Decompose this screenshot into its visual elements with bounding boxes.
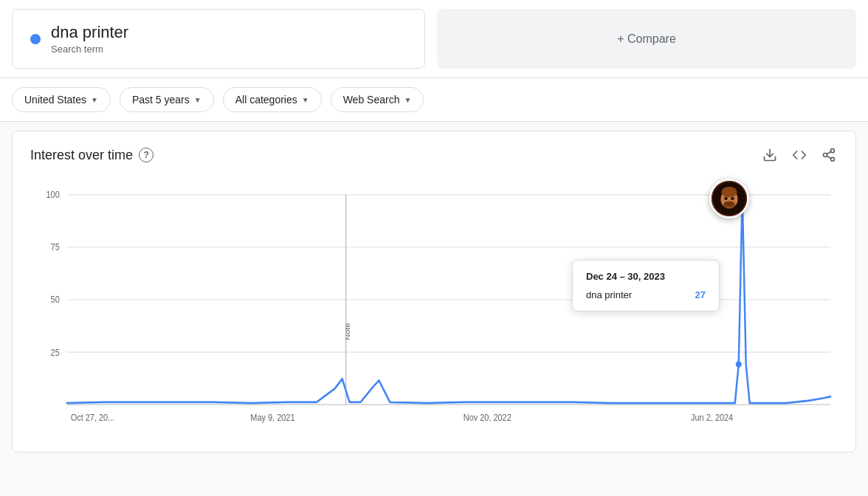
region-label: United States: [24, 94, 86, 106]
svg-point-10: [731, 197, 734, 200]
tooltip-term: dna printer: [586, 289, 632, 300]
svg-text:Nov 20, 2022: Nov 20, 2022: [464, 413, 512, 423]
search-term-card: dna printer Search term: [12, 9, 425, 69]
region-filter[interactable]: United States ▼: [12, 87, 111, 112]
chevron-down-icon: ▼: [302, 96, 309, 104]
svg-point-8: [721, 187, 737, 197]
avatar-inner: [712, 181, 747, 216]
chevron-down-icon: ▼: [404, 96, 411, 104]
svg-text:Note: Note: [343, 323, 351, 340]
category-label: All categories: [235, 94, 297, 106]
info-icon[interactable]: ?: [139, 148, 154, 162]
svg-line-5: [827, 151, 831, 154]
secondary-dot: [736, 361, 742, 368]
svg-text:25: 25: [51, 348, 60, 357]
category-filter[interactable]: All categories ▼: [223, 87, 322, 112]
share-icon[interactable]: [820, 146, 838, 164]
tooltip-value: 27: [695, 289, 706, 300]
code-icon[interactable]: [790, 146, 808, 164]
time-filter[interactable]: Past 5 years ▼: [120, 87, 214, 112]
chart-title-group: Interest over time ?: [30, 148, 154, 163]
filter-bar: United States ▼ Past 5 years ▼ All categ…: [0, 78, 868, 122]
chart-actions: [761, 146, 838, 164]
chevron-down-icon: ▼: [91, 96, 98, 104]
avatar: [709, 179, 749, 218]
svg-line-4: [827, 156, 831, 158]
chart-title: Interest over time: [30, 148, 133, 163]
svg-text:75: 75: [51, 243, 60, 252]
time-label: Past 5 years: [132, 94, 190, 106]
compare-button[interactable]: + Compare: [437, 9, 856, 69]
search-type-label: Web Search: [343, 94, 400, 106]
svg-text:100: 100: [46, 190, 60, 200]
term-name: dna printer: [51, 23, 128, 42]
search-type-filter[interactable]: Web Search ▼: [331, 87, 424, 112]
chevron-down-icon: ▼: [194, 96, 202, 104]
chart-section: Interest over time ?: [12, 131, 856, 452]
search-term-text: dna printer Search term: [51, 23, 128, 55]
svg-text:Jun 2, 2024: Jun 2, 2024: [691, 413, 734, 423]
search-term-dot: [30, 34, 41, 44]
svg-text:May 9, 2021: May 9, 2021: [250, 413, 294, 423]
chart-header: Interest over time ?: [30, 146, 838, 164]
term-type: Search term: [51, 44, 128, 55]
tooltip-row: dna printer 27: [586, 289, 706, 300]
tooltip-box: Dec 24 – 30, 2023 dna printer 27: [572, 260, 720, 311]
download-icon[interactable]: [761, 146, 779, 164]
chart-container: Dec 24 – 30, 2023 dna printer 27 100 75 …: [30, 179, 838, 437]
svg-text:50: 50: [51, 295, 60, 305]
tooltip-date: Dec 24 – 30, 2023: [586, 271, 706, 282]
svg-point-9: [724, 197, 727, 200]
svg-text:Oct 27, 20...: Oct 27, 20...: [71, 413, 115, 423]
